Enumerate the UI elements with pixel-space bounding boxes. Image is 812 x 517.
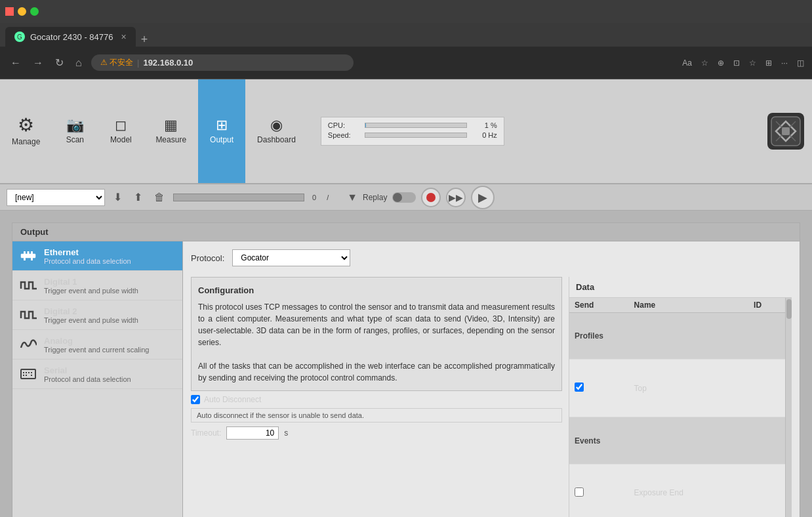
auto-disconnect-label[interactable]: Auto Disconnect	[204, 395, 261, 404]
play-button[interactable]: ▶	[471, 186, 495, 209]
toolbar-item-output[interactable]: ⊞ Output	[198, 79, 245, 183]
output-panel: Output	[12, 222, 800, 517]
address-input[interactable]: ⚠ 不安全 | 192.168.0.10	[91, 54, 354, 71]
new-tab-button[interactable]: +	[141, 33, 148, 47]
cpu-bar-fill	[365, 123, 367, 127]
model-icon: ◻	[115, 118, 127, 133]
auto-disconnect-checkbox[interactable]	[191, 395, 200, 404]
model-label: Model	[110, 135, 132, 144]
download-icon[interactable]: ⬇	[110, 190, 125, 205]
main-content: Output	[0, 211, 812, 517]
timeout-input[interactable]	[226, 426, 279, 440]
nav-item-analog[interactable]: Analog Trigger event and current scaling	[12, 330, 182, 360]
address-bar: ← → ↻ ⌂ ⚠ 不安全 | 192.168.0.10 Aa ☆ ⊕ ⊡ ☆ …	[0, 47, 812, 79]
nav-item-ethernet[interactable]: Ethernet Protocol and data selection	[12, 241, 182, 271]
skip-forward-button[interactable]: ▶▶	[446, 188, 466, 207]
nav-item-serial[interactable]: Serial Protocol and data selection	[12, 360, 182, 389]
delete-icon[interactable]: 🗑	[151, 190, 168, 205]
toolbar-item-dashboard[interactable]: ◉ Dashboard	[245, 79, 308, 183]
digital2-subtitle: Trigger event and pulse width	[44, 316, 138, 324]
forward-button[interactable]: →	[30, 54, 46, 72]
manage-label: Manage	[12, 137, 40, 146]
nav-item-digital1[interactable]: Digital 1 Trigger event and pulse width	[12, 271, 182, 300]
digital1-text: Digital 1 Trigger event and pulse width	[44, 277, 138, 295]
upload-icon[interactable]: ⬆	[131, 190, 146, 205]
measure-icon: ▦	[164, 118, 178, 133]
split-view-icon[interactable]: ⊡	[733, 58, 740, 68]
svg-rect-13	[21, 369, 35, 379]
top-send-checkbox[interactable]	[575, 383, 584, 392]
top-name-cell: Top	[629, 360, 749, 417]
protocol-label: Protocol:	[191, 253, 224, 263]
protocol-row: Protocol: Gocator Modbus EtherNet/IP	[191, 249, 792, 266]
config-title: Configuration	[198, 284, 555, 297]
auto-disconnect-checkbox-row: Auto Disconnect	[191, 395, 562, 404]
replay-toggle[interactable]	[392, 192, 416, 203]
sidebar-icon[interactable]: ◫	[797, 58, 804, 68]
svg-rect-9	[28, 251, 30, 254]
scan-label: Scan	[66, 135, 84, 144]
app-logo	[760, 79, 812, 183]
measure-label: Measure	[155, 135, 186, 144]
address-divider: |	[137, 58, 139, 68]
digital1-icon	[19, 276, 37, 295]
data-row-exposure: Exposure End	[569, 464, 785, 517]
cpu-label: CPU:	[328, 121, 361, 129]
favorites-icon[interactable]: ☆	[749, 58, 756, 68]
back-button[interactable]: ←	[8, 54, 24, 72]
data-scrollbar[interactable]	[785, 298, 792, 517]
win-maximize-btn[interactable]	[30, 7, 39, 16]
browser-tab-bar: G Gocator 2430 - 84776 × +	[0, 23, 812, 47]
toolbar-item-manage[interactable]: ⚙ Manage	[0, 79, 52, 183]
digital1-title: Digital 1	[44, 277, 138, 287]
address-url: 192.168.0.10	[143, 58, 193, 68]
ethernet-subtitle: Protocol and data selection	[44, 257, 131, 265]
analog-text: Analog Trigger event and current scaling	[44, 336, 149, 354]
logo-box	[767, 113, 804, 150]
browser-tab-active[interactable]: G Gocator 2430 - 84776 ×	[5, 27, 136, 47]
data-row-top: Top	[569, 360, 785, 417]
toolbar-item-model[interactable]: ◻ Model	[98, 79, 144, 183]
output-icon: ⊞	[216, 118, 228, 133]
security-warning: ⚠ 不安全	[100, 57, 133, 68]
nav-item-digital2[interactable]: Digital 2 Trigger event and pulse width	[12, 300, 182, 330]
toolbar-item-measure[interactable]: ▦ Measure	[144, 79, 198, 183]
logo-svg	[769, 115, 802, 148]
serial-title: Serial	[44, 365, 131, 375]
digital1-subtitle: Trigger event and pulse width	[44, 287, 138, 295]
ethernet-icon	[19, 247, 37, 265]
reader-mode-icon[interactable]: Aa	[682, 58, 692, 68]
protocol-select[interactable]: Gocator Modbus EtherNet/IP	[232, 249, 350, 266]
cpu-speed-panel: CPU: 1 % Speed: 0 Hz	[321, 117, 504, 146]
bookmark-icon[interactable]: ☆	[701, 58, 708, 68]
ethernet-title: Ethernet	[44, 247, 131, 257]
win-close-btn[interactable]	[5, 7, 14, 16]
output-nav: Ethernet Protocol and data selection Dig…	[12, 241, 183, 517]
ethernet-text: Ethernet Protocol and data selection	[44, 247, 131, 265]
refresh-button[interactable]: ↻	[52, 54, 66, 72]
win-minimize-btn[interactable]	[18, 7, 26, 16]
filter-icon[interactable]: ▼	[347, 192, 357, 203]
extensions-icon[interactable]: ⊕	[718, 58, 724, 68]
auto-disconnect-description: Auto disconnect if the sensor is unable …	[191, 408, 562, 423]
collections-icon[interactable]: ⊞	[765, 58, 772, 68]
exposure-send-cell	[569, 464, 629, 517]
tab-close-button[interactable]: ×	[121, 31, 126, 42]
preset-select[interactable]: [new]	[7, 189, 105, 206]
config-left: Configuration This protocol uses TCP mes…	[191, 277, 562, 517]
record-button[interactable]	[421, 188, 441, 207]
svg-rect-17	[31, 372, 32, 373]
serial-text: Serial Protocol and data selection	[44, 365, 131, 383]
record-indicator	[426, 193, 436, 202]
output-label: Output	[210, 135, 233, 144]
more-icon[interactable]: ···	[781, 58, 788, 68]
digital2-title: Digital 2	[44, 306, 138, 316]
output-body: Ethernet Protocol and data selection Dig…	[12, 241, 800, 517]
toolbar-item-scan[interactable]: 📷 Scan	[52, 79, 98, 183]
data-table: Send Name ID Profiles	[569, 298, 785, 517]
exposure-send-checkbox[interactable]	[575, 487, 584, 497]
progress-current: 0	[312, 194, 316, 201]
data-header: Data	[569, 277, 792, 298]
home-button[interactable]: ⌂	[73, 54, 85, 72]
svg-rect-2	[782, 127, 790, 135]
